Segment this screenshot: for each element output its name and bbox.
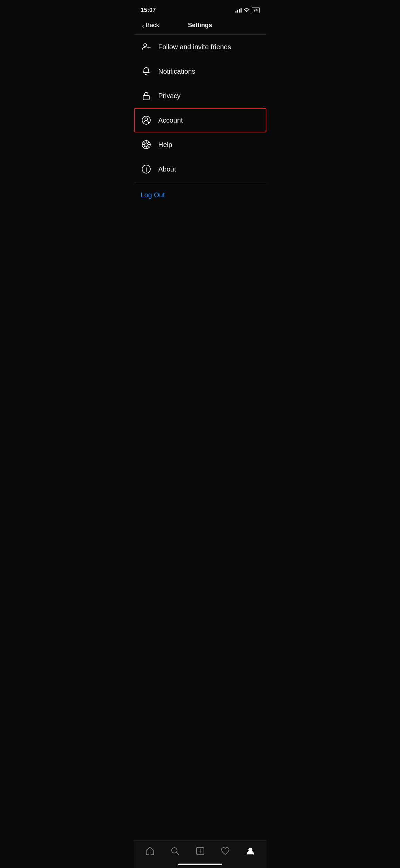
- svg-point-18: [146, 167, 147, 168]
- lock-icon: [141, 90, 152, 101]
- menu-item-notifications[interactable]: Notifications: [134, 59, 266, 84]
- signal-icon: [235, 8, 242, 13]
- help-icon: [141, 139, 152, 150]
- status-icons: 74: [235, 7, 259, 13]
- menu-item-privacy[interactable]: Privacy: [134, 84, 266, 108]
- battery-icon: 74: [252, 7, 259, 13]
- svg-rect-3: [143, 95, 149, 100]
- wifi-icon: [244, 7, 250, 13]
- menu-item-help[interactable]: Help: [134, 132, 266, 157]
- back-chevron-icon: ‹: [142, 22, 145, 29]
- svg-line-12: [143, 142, 145, 144]
- menu-item-follow[interactable]: Follow and invite friends: [134, 35, 266, 59]
- account-icon: [141, 115, 152, 126]
- svg-point-5: [145, 118, 148, 121]
- follow-icon: [141, 41, 152, 52]
- svg-line-13: [147, 146, 149, 148]
- menu-item-about[interactable]: About: [134, 157, 266, 181]
- page-title: Settings: [188, 22, 212, 29]
- menu-divider: [134, 183, 266, 183]
- notifications-label: Notifications: [158, 68, 195, 75]
- bell-icon: [141, 66, 152, 77]
- svg-line-14: [147, 142, 149, 144]
- log-out-label: Log Out: [141, 191, 165, 199]
- status-time: 15:07: [141, 7, 156, 14]
- svg-point-4: [142, 116, 150, 124]
- help-label: Help: [158, 141, 172, 149]
- svg-line-15: [143, 146, 145, 148]
- account-label: Account: [158, 116, 183, 124]
- svg-point-0: [144, 44, 147, 47]
- info-icon: [141, 164, 152, 175]
- follow-label: Follow and invite friends: [158, 43, 231, 51]
- privacy-label: Privacy: [158, 92, 181, 100]
- status-bar: 15:07 74: [134, 0, 266, 18]
- header: ‹ Back Settings: [134, 18, 266, 35]
- about-label: About: [158, 165, 176, 173]
- back-label: Back: [146, 22, 159, 29]
- settings-menu: Follow and invite friends Notifications …: [134, 35, 266, 181]
- log-out-button[interactable]: Log Out: [134, 184, 266, 206]
- menu-item-account[interactable]: Account: [134, 108, 266, 132]
- back-button[interactable]: ‹ Back: [139, 20, 162, 30]
